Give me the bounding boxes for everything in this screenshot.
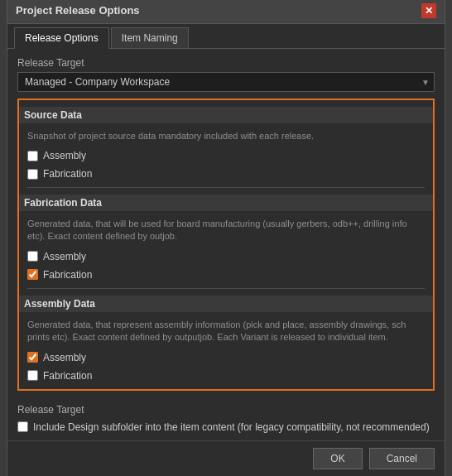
tab-bar: Release Options Item Naming	[7, 24, 445, 49]
release-target-section: Release Target Managed - Company Workspa…	[17, 57, 435, 92]
tab-release-options[interactable]: Release Options	[14, 27, 109, 49]
source-assembly-label: Assembly	[43, 150, 86, 161]
bottom-section: Release Target Include Design subfolder …	[7, 399, 445, 441]
dialog-title: Project Release Options	[16, 4, 140, 17]
source-assembly-row: Assembly	[27, 149, 425, 162]
ok-button[interactable]: OK	[313, 448, 362, 469]
button-row: OK Cancel	[7, 440, 445, 476]
assembly-data-desc: Generated data, that represent assembly …	[27, 317, 425, 346]
main-content: Release Target Managed - Company Workspa…	[7, 49, 445, 399]
fab-assembly-label: Assembly	[43, 251, 86, 262]
release-target-dropdown[interactable]: Managed - Company Workspace	[17, 72, 435, 92]
dialog: Project Release Options ✕ Release Option…	[7, 0, 445, 476]
asm-assembly-label: Assembly	[43, 352, 86, 363]
fab-fabrication-label: Fabrication	[43, 269, 92, 281]
legacy-checkbox-row: Include Design subfolder into the item c…	[17, 421, 435, 435]
source-fabrication-checkbox[interactable]	[27, 169, 38, 180]
fabrication-data-title: Fabrication Data	[19, 195, 433, 211]
dropdown-wrapper: Managed - Company Workspace ▼	[17, 72, 435, 92]
fab-fabrication-checkbox[interactable]	[27, 269, 38, 280]
assembly-data-title: Assembly Data	[19, 296, 433, 312]
asm-assembly-row: Assembly	[27, 351, 425, 364]
cancel-button[interactable]: Cancel	[369, 448, 435, 469]
asm-fabrication-label: Fabrication	[43, 370, 92, 382]
release-target-label: Release Target	[17, 57, 435, 69]
source-data-desc: Snapshot of project source data mandator…	[27, 128, 425, 144]
legacy-compatibility-label: Include Design subfolder into the item c…	[33, 421, 430, 435]
fab-assembly-checkbox[interactable]	[27, 251, 38, 262]
asm-fabrication-checkbox[interactable]	[27, 370, 38, 381]
divider-1	[27, 187, 425, 188]
source-assembly-checkbox[interactable]	[27, 151, 38, 161]
legacy-compatibility-checkbox[interactable]	[17, 421, 28, 432]
source-data-title: Source Data	[19, 107, 433, 123]
close-button[interactable]: ✕	[421, 3, 436, 18]
title-bar: Project Release Options ✕	[7, 0, 445, 24]
source-fabrication-label: Fabrication	[43, 168, 92, 180]
fab-fabrication-row: Fabrication	[27, 268, 425, 281]
fab-assembly-row: Assembly	[27, 250, 425, 263]
divider-2	[27, 288, 425, 289]
asm-assembly-checkbox[interactable]	[27, 352, 38, 363]
bottom-release-target-label: Release Target	[17, 404, 435, 416]
asm-fabrication-row: Fabrication	[27, 369, 425, 382]
fabrication-data-desc: Generated data, that will be used for bo…	[27, 216, 425, 245]
source-fabrication-row: Fabrication	[27, 167, 425, 180]
tab-item-naming[interactable]: Item Naming	[111, 27, 189, 48]
output-jobs-box: Source Data Snapshot of project source d…	[17, 99, 435, 391]
